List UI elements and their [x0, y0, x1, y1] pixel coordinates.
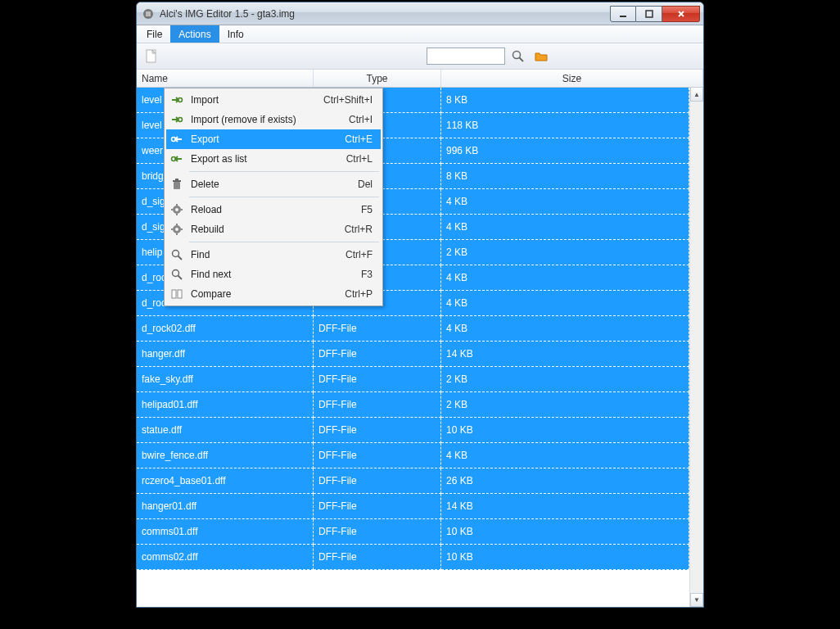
cell-size: 4 KB	[441, 215, 689, 240]
menu-item-rebuild[interactable]: RebuildCtrl+R	[166, 219, 381, 239]
app-window: Alci's IMG Editor 1.5 - gta3.img File Ac…	[136, 2, 704, 608]
cell-size: 2 KB	[441, 392, 689, 418]
svg-rect-12	[173, 180, 181, 182]
toolbar	[137, 43, 703, 70]
new-file-icon[interactable]	[142, 47, 161, 66]
search-input[interactable]	[427, 48, 505, 65]
svg-rect-31	[178, 290, 182, 298]
cell-type: DFF-File	[314, 545, 441, 570]
menu-item-reload[interactable]: ReloadF5	[166, 200, 381, 219]
maximize-button[interactable]	[636, 6, 662, 22]
cell-size: 10 KB	[441, 545, 689, 570]
window-title: Alci's IMG Editor 1.5 - gta3.img	[160, 8, 610, 20]
cell-size: 996 KB	[441, 138, 689, 164]
cell-type: DFF-File	[314, 342, 441, 367]
column-type[interactable]: Type	[314, 70, 441, 87]
content-area: Name Type Size level8 KBlevel118 KBweer9…	[137, 70, 703, 607]
svg-point-5	[513, 51, 521, 58]
menu-item-label: Find next	[191, 269, 355, 280]
arrow-out-icon	[169, 152, 184, 166]
menu-item-compare[interactable]: CompareCtrl+P	[166, 284, 381, 304]
cell-type: DFF-File	[314, 443, 441, 468]
menu-item-import-remove-if-exists-[interactable]: Import (remove if exists)Ctrl+I	[166, 110, 381, 129]
menu-actions[interactable]: Actions	[170, 25, 219, 43]
cell-size: 14 KB	[441, 494, 689, 519]
cell-size: 4 KB	[441, 291, 689, 316]
menu-item-label: Export as list	[191, 153, 340, 165]
table-row[interactable]: helipad01.dffDFF-File2 KB	[137, 392, 689, 418]
magnifier-icon	[169, 247, 184, 262]
cell-size: 2 KB	[441, 240, 689, 265]
svg-point-9	[172, 138, 176, 142]
menu-item-shortcut: Del	[358, 179, 377, 190]
menu-item-find[interactable]: FindCtrl+F	[166, 245, 381, 265]
menu-item-shortcut: Ctrl+L	[346, 153, 377, 165]
svg-rect-13	[175, 179, 178, 180]
table-row[interactable]: comms02.dffDFF-File10 KB	[137, 545, 689, 570]
arrow-out-icon	[169, 132, 184, 147]
svg-point-26	[173, 251, 179, 257]
menu-item-shortcut: Ctrl+Shift+I	[323, 94, 377, 106]
cell-name: hanger01.dff	[137, 494, 314, 519]
cell-name: statue.dff	[137, 418, 314, 443]
svg-line-6	[520, 57, 524, 61]
menu-item-label: Rebuild	[191, 224, 338, 235]
cell-size: 4 KB	[441, 189, 689, 215]
table-row[interactable]: bwire_fence.dffDFF-File4 KB	[137, 443, 689, 468]
menu-item-shortcut: Ctrl+I	[349, 114, 377, 125]
menu-item-export-as-list[interactable]: Export as listCtrl+L	[166, 149, 381, 169]
menu-separator	[189, 171, 379, 172]
magnifier-icon	[169, 267, 184, 282]
app-icon	[142, 7, 155, 20]
folder-icon[interactable]	[531, 47, 551, 66]
menu-item-shortcut: Ctrl+F	[345, 249, 377, 260]
menu-item-shortcut: Ctrl+E	[345, 133, 377, 145]
scroll-up-icon[interactable]: ▲	[690, 88, 703, 102]
cell-name: hanger.dff	[137, 342, 314, 367]
cell-type: DFF-File	[314, 494, 441, 519]
search-icon[interactable]	[508, 47, 528, 66]
table-row[interactable]: comms01.dffDFF-File10 KB	[137, 519, 689, 545]
minimize-button[interactable]	[610, 6, 636, 22]
cell-name: fake_sky.dff	[137, 367, 314, 392]
svg-line-29	[178, 276, 183, 280]
arrow-in-icon	[169, 93, 184, 107]
trash-icon	[169, 177, 184, 192]
menu-item-shortcut: F5	[361, 204, 377, 215]
column-size[interactable]: Size	[441, 70, 703, 87]
menu-separator	[189, 197, 379, 197]
cell-name: comms02.dff	[137, 545, 314, 570]
menu-item-find-next[interactable]: Find nextF3	[166, 265, 381, 284]
column-name[interactable]: Name	[137, 70, 314, 87]
menu-item-label: Export	[191, 133, 338, 145]
table-row[interactable]: rczero4_base01.dffDFF-File26 KB	[137, 468, 689, 494]
titlebar[interactable]: Alci's IMG Editor 1.5 - gta3.img	[137, 2, 703, 25]
svg-point-8	[178, 118, 183, 122]
close-button[interactable]	[662, 6, 700, 22]
menu-item-label: Import (remove if exists)	[191, 114, 342, 125]
actions-dropdown: ImportCtrl+Shift+IImport (remove if exis…	[164, 88, 383, 306]
menu-item-import[interactable]: ImportCtrl+Shift+I	[166, 90, 381, 110]
cell-size: 26 KB	[441, 468, 689, 494]
menu-info[interactable]: Info	[219, 25, 252, 43]
table-row[interactable]: fake_sky.dffDFF-File2 KB	[137, 367, 689, 392]
window-controls	[610, 6, 700, 22]
svg-point-15	[175, 208, 178, 211]
cell-type: DFF-File	[314, 316, 441, 342]
svg-rect-11	[174, 182, 180, 189]
menu-item-export[interactable]: ExportCtrl+E	[166, 129, 381, 149]
table-row[interactable]: hanger01.dffDFF-File14 KB	[137, 494, 689, 519]
table-row[interactable]: hanger.dffDFF-File14 KB	[137, 342, 689, 367]
cell-type: DFF-File	[314, 367, 441, 392]
svg-point-7	[178, 98, 183, 102]
cell-size: 14 KB	[441, 342, 689, 367]
menu-item-delete[interactable]: DeleteDel	[166, 174, 381, 194]
table-row[interactable]: statue.dffDFF-File10 KB	[137, 418, 689, 443]
menu-item-label: Find	[191, 249, 339, 260]
vertical-scrollbar[interactable]: ▲ ▼	[689, 88, 703, 607]
menu-file[interactable]: File	[138, 25, 170, 43]
table-row[interactable]: d_rock02.dffDFF-File4 KB	[137, 316, 689, 342]
menu-item-shortcut: Ctrl+P	[345, 288, 377, 300]
scroll-down-icon[interactable]: ▼	[690, 593, 703, 607]
menu-item-label: Delete	[191, 179, 351, 190]
